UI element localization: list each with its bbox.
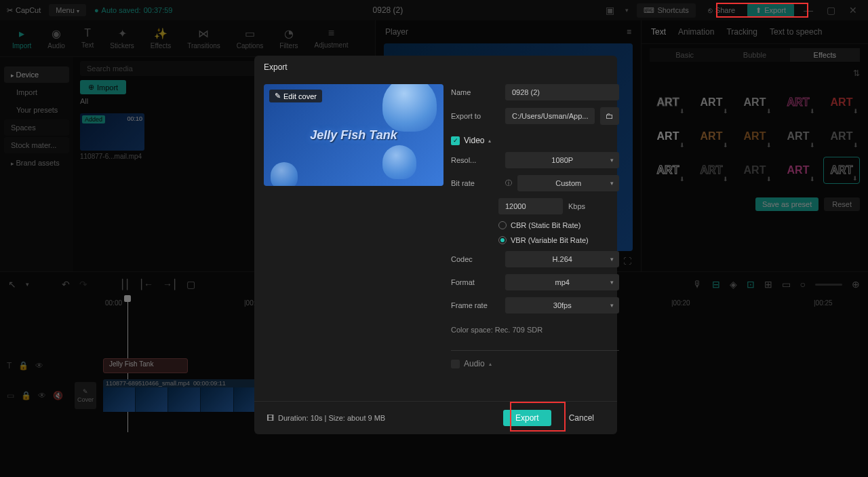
- bitrate-select[interactable]: Custom▾: [517, 175, 619, 191]
- bitrate-input[interactable]: [498, 198, 563, 214]
- info-icon[interactable]: ⓘ: [505, 178, 512, 188]
- cover-preview: ✎ Edit cover Jelly Fish Tank: [264, 84, 443, 186]
- bitrate-label: Bit rate: [451, 179, 500, 187]
- export-to-label: Export to: [451, 112, 500, 120]
- bitrate-unit: Kbps: [568, 202, 585, 210]
- name-input[interactable]: [505, 84, 619, 100]
- vbr-radio-row[interactable]: VBR (Variable Bit Rate): [498, 236, 619, 244]
- framerate-label: Frame rate: [451, 301, 500, 309]
- resolution-select[interactable]: 1080P▾: [505, 152, 619, 168]
- cover-text: Jelly Fish Tank: [310, 128, 397, 142]
- format-select[interactable]: mp4▾: [505, 274, 619, 290]
- export-info: 🎞 Duration: 10s | Size: about 9 MB: [267, 414, 385, 422]
- chevron-down-icon: ▾: [610, 157, 614, 164]
- export-button-modal[interactable]: Export: [503, 410, 551, 426]
- cbr-radio[interactable]: [498, 221, 507, 229]
- codec-select[interactable]: H.264▾: [505, 251, 619, 267]
- film-icon: 🎞: [267, 414, 274, 422]
- modal-title: Export: [254, 56, 617, 79]
- format-label: Format: [451, 278, 500, 286]
- audio-section-header[interactable]: ✓ Audio ▴: [451, 350, 619, 368]
- chevron-down-icon: ▾: [610, 302, 614, 309]
- export-path: C:/Users/Usman/App...: [505, 108, 595, 124]
- chevron-down-icon: ▾: [610, 279, 614, 286]
- resolution-label: Resol...: [451, 156, 500, 164]
- video-checkbox[interactable]: ✓: [451, 136, 460, 145]
- chevron-down-icon: ▾: [610, 256, 614, 263]
- export-modal: Export ✎ Edit cover Jelly Fish Tank Name…: [254, 56, 617, 434]
- chevron-down-icon: ▾: [610, 180, 614, 187]
- cbr-radio-row[interactable]: CBR (Static Bit Rate): [498, 221, 619, 229]
- audio-checkbox[interactable]: ✓: [451, 360, 460, 368]
- cancel-button[interactable]: Cancel: [558, 410, 605, 426]
- vbr-radio[interactable]: [498, 236, 507, 244]
- edit-cover-button[interactable]: ✎ Edit cover: [269, 90, 322, 102]
- codec-label: Codec: [451, 255, 500, 263]
- video-section-header[interactable]: ✓ Video ▴: [451, 136, 619, 145]
- folder-icon[interactable]: 🗀: [600, 107, 619, 125]
- name-label: Name: [451, 88, 500, 96]
- pencil-icon: ✎: [275, 92, 281, 100]
- colorspace-text: Color space: Rec. 709 SDR: [451, 326, 619, 334]
- framerate-select[interactable]: 30fps▾: [505, 297, 619, 313]
